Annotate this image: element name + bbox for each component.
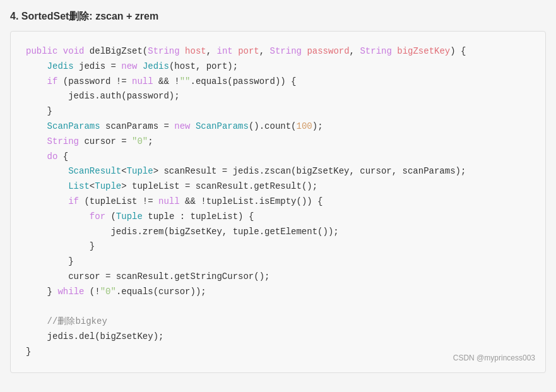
keyword: String — [47, 136, 79, 146]
code-line — [26, 300, 530, 315]
keyword: String — [148, 46, 179, 56]
watermark: CSDN @myprincess003 — [453, 352, 535, 364]
section-title: 4. SortedSet删除: zscan + zrem — [10, 10, 546, 23]
keyword: if — [68, 196, 79, 206]
string: "" — [180, 76, 191, 86]
code-line: jedis.auth(password); — [26, 89, 530, 104]
page-wrapper: 4. SortedSet删除: zscan + zrem public void… — [0, 0, 556, 383]
type: Jedis — [47, 61, 74, 71]
code-line: ScanResult<Tuple> scanResult = jedis.zsc… — [26, 164, 530, 179]
code-line: } while (!"0".equals(cursor)); — [26, 285, 530, 300]
code-line: cursor = scanResult.getStringCursor(); — [26, 270, 530, 285]
keyword: new — [121, 61, 137, 71]
type: Tuple — [127, 166, 153, 176]
code-line: Jedis jedis = new Jedis(host, port); — [26, 59, 530, 74]
type: List — [68, 181, 90, 191]
code-line: String cursor = "0"; — [26, 134, 530, 150]
string: "0" — [132, 136, 148, 146]
code-line: List<Tuple> tupleList = scanResult.getRe… — [26, 179, 530, 194]
code-block: public void delBigZset(String host, int … — [10, 31, 546, 373]
type: ScanResult — [68, 166, 121, 176]
method-name: delBigZset( — [90, 46, 148, 56]
code-line: jedis.zrem(bigZsetKey, tuple.getElement(… — [26, 225, 530, 240]
code-line: } — [26, 254, 530, 270]
code-line: if (password != null && !"".equals(passw… — [26, 74, 530, 90]
code-line: if (tupleList != null && !tupleList.isEm… — [26, 194, 530, 210]
keyword: null — [132, 76, 153, 86]
code-line: jedis.del(bigZsetKey); — [26, 330, 530, 345]
code-line: } — [26, 239, 530, 254]
type: Jedis — [143, 61, 169, 71]
keyword: public — [26, 46, 57, 56]
code-line: ScanParams scanParams = new ScanParams()… — [26, 119, 530, 134]
number: 100 — [297, 121, 312, 131]
keyword: while — [57, 287, 84, 297]
keyword: String — [360, 46, 391, 56]
keyword: new — [174, 121, 190, 131]
param: port — [238, 46, 259, 56]
keyword: if — [47, 76, 58, 86]
code-line: } — [26, 104, 530, 119]
code-line: for (Tuple tuple : tupleList) { — [26, 210, 530, 225]
param: bigZsetKey — [397, 46, 450, 56]
param: password — [307, 46, 349, 56]
string: "0" — [100, 287, 116, 297]
keyword: void — [63, 46, 85, 56]
param: host — [185, 46, 206, 56]
keyword: int — [217, 46, 233, 56]
keyword: do — [47, 151, 58, 162]
comment: //删除bigkey — [26, 316, 107, 326]
code-line: //删除bigkey — [26, 314, 530, 330]
type: Tuple — [95, 181, 121, 191]
code-line: public void delBigZset(String host, int … — [26, 44, 530, 59]
keyword: String — [270, 46, 302, 56]
type: Tuple — [116, 211, 143, 222]
keyword: null — [158, 196, 180, 206]
keyword: for — [90, 211, 105, 222]
type: ScanParams — [196, 121, 249, 131]
code-line: do { — [26, 150, 530, 165]
type: ScanParams — [47, 121, 100, 131]
